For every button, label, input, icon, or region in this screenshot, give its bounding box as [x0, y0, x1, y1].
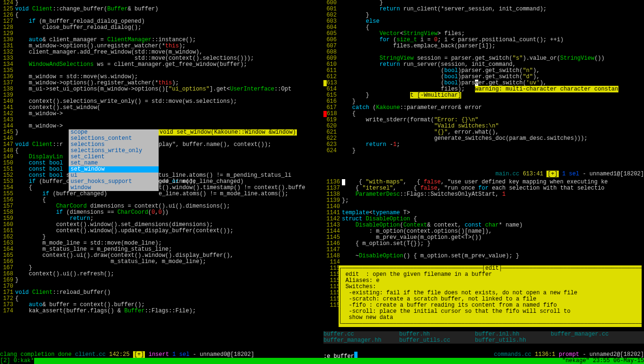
help-box: ┌───────────────────────────────────────… — [339, 265, 642, 327]
left-status-bar: clang completion done client.cc 142:25 [… — [0, 352, 322, 358]
buffer-completion-item[interactable]: buffer_manager.hh — [323, 337, 399, 344]
signature-hint: void set_window(Kakoune::Window &window) — [159, 129, 297, 136]
buffer-completion-item[interactable]: buffer_manager.cc — [551, 331, 626, 337]
tmux-status-bar: [2] 0:kak* "nekage" 23:55 06-May-15 — [0, 358, 644, 364]
top-right-pane[interactable]: 600 }601 return run_client(*server_sessi… — [323, 0, 644, 171]
prompt-cursor — [354, 352, 358, 358]
completion-item[interactable]: set_window — [69, 166, 159, 173]
buffer-completion-item[interactable]: buffer_utils.cc — [399, 337, 475, 344]
buffer-completion-list[interactable]: buffer.ccbuffer.hhbuffer.inl.hhbuffer_ma… — [323, 331, 644, 344]
completion-popup[interactable]: scopeselections_contentselectionsselecti… — [69, 129, 159, 191]
top-right-status-bar: main.cc 613:41 [+] 1 sel - unnamed1@[182… — [323, 171, 644, 177]
buffer-completion-item[interactable]: buffer_utils.hh — [475, 337, 551, 344]
completion-item[interactable]: window — [69, 185, 159, 191]
